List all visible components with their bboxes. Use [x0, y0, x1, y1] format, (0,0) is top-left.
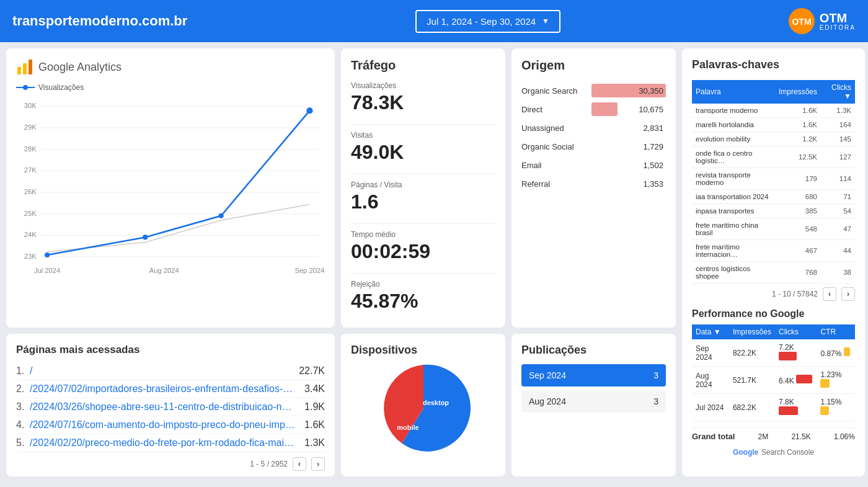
date-range-selector[interactable]: Jul 1, 2024 - Sep 30, 2024 ▼ — [415, 10, 560, 33]
pub-row[interactable]: Aug 2024 3 — [521, 390, 666, 413]
kw-impressoes: 467 — [775, 240, 821, 262]
origem-label: Organic Social — [521, 142, 590, 151]
kw-palavra: revista transporte moderno — [692, 168, 775, 190]
ga-title: Google Analytics — [38, 61, 122, 74]
page-num: 4. — [16, 419, 26, 431]
perf-ctr: 0.87% — [817, 339, 855, 367]
page-views: 1.9K — [300, 401, 325, 413]
origem-row: Direct10,675 — [521, 100, 666, 118]
traffic-title: Tráfego — [351, 58, 495, 73]
svg-rect-2 — [17, 67, 21, 74]
kw-impressoes: 548 — [775, 218, 821, 240]
kw-impressoes: 1.6K — [775, 104, 821, 118]
svg-text:Aug 2024: Aug 2024 — [149, 267, 179, 274]
visits-label: Visitas — [351, 131, 495, 140]
origem-row: Email1,502 — [521, 156, 666, 174]
pub-row[interactable]: Sep 2024 3 — [521, 364, 666, 386]
pub-label: Aug 2024 — [529, 396, 566, 406]
page-url[interactable]: /2024/03/26/shopee-abre-seu-11-centro-de… — [30, 401, 295, 413]
svg-text:27K: 27K — [24, 166, 37, 174]
kw-clicks: 164 — [821, 118, 855, 132]
kw-row: inpasa transportes 385 54 — [692, 204, 855, 218]
brand-subtitle: EDITORA — [820, 24, 856, 31]
svg-text:26K: 26K — [24, 188, 37, 195]
kw-palavra: transporte moderno — [692, 104, 775, 118]
perf-data: Sep 2024 — [692, 339, 729, 367]
kw-clicks: 38 — [821, 262, 855, 284]
page-url[interactable]: / — [30, 365, 294, 377]
google-sc-logo: Google Search Console — [692, 446, 855, 457]
page-views: 1.6K — [300, 419, 325, 431]
traffic-card: Tráfego Visualizações 78.3K Visitas 49.0… — [341, 48, 505, 328]
pages-label: Páginas / Visita — [351, 181, 495, 189]
pie-svg: desktop mobile — [374, 359, 473, 458]
time-value: 00:02:59 — [351, 240, 495, 263]
keywords-table: Palavra Impressões Clicks ▼ transporte m… — [692, 80, 855, 284]
origem-rows: Organic Search30,350Direct10,675Unassign… — [521, 81, 666, 193]
svg-point-24 — [306, 107, 312, 114]
origem-label: Organic Search — [521, 86, 590, 96]
origem-label: Direct — [521, 105, 590, 114]
kw-palavra: frete marítimo internacion… — [692, 240, 775, 262]
origem-row: Referral1,353 — [521, 174, 666, 193]
kw-row: centros logisticos shopee 768 38 — [692, 262, 855, 284]
kw-pagination: 1 - 10 / 57842 ‹ › — [692, 287, 855, 301]
perf-col-ctr: CTR — [817, 324, 855, 339]
svg-rect-4 — [29, 60, 32, 74]
kw-clicks: 47 — [821, 218, 855, 240]
kw-impressoes: 12.5K — [775, 146, 821, 168]
page-url[interactable]: /2024/02/20/preco-medio-do-frete-por-km-… — [30, 437, 295, 449]
page-url[interactable]: /2024/07/16/com-aumento-do-imposto-preco… — [30, 419, 295, 431]
kw-next-button[interactable]: › — [841, 287, 855, 301]
page-views: 22.7K — [299, 365, 325, 377]
pages-prev-button[interactable]: ‹ — [293, 457, 306, 471]
svg-point-23 — [219, 213, 224, 218]
bounce-label: Rejeição — [351, 280, 495, 288]
kw-palavra: iaa transportation 2024 — [692, 190, 775, 204]
analytics-card: Google Analytics Visualizações 30K 29K 2… — [6, 48, 335, 328]
clicks-bar — [796, 375, 812, 383]
perf-col-clicks: Clicks — [775, 324, 817, 339]
page-num: 3. — [16, 401, 26, 413]
origem-label: Email — [521, 161, 590, 170]
ctr-bar — [844, 347, 850, 356]
origem-label: Unassigned — [521, 123, 590, 133]
pages-row: 3. /2024/03/26/shopee-abre-seu-11-centro… — [16, 398, 325, 416]
pub-value: 3 — [653, 396, 658, 406]
ctr-bar — [820, 406, 829, 415]
kw-clicks: 1.3K — [821, 104, 855, 118]
views-label: Visualizações — [351, 81, 495, 90]
kw-clicks: 145 — [821, 132, 855, 146]
perf-impressoes: 822.2K — [729, 339, 775, 367]
perf-ctr: 1.23% — [817, 367, 855, 394]
pages-title: Páginas mais acessadas — [16, 344, 325, 356]
clicks-bar — [779, 352, 797, 360]
origem-row: Unassigned2,831 — [521, 118, 666, 137]
kw-clicks: 44 — [821, 240, 855, 262]
svg-text:30K: 30K — [24, 102, 37, 109]
kw-impressoes: 680 — [775, 190, 821, 204]
pub-label: Sep 2024 — [529, 370, 566, 380]
date-range-label: Jul 1, 2024 - Sep 30, 2024 — [427, 16, 536, 27]
palavras-title: Palavras-chaves — [692, 58, 855, 71]
performance-section: Performance no Google Data ▼ Impressões … — [692, 308, 855, 457]
kw-row: transporte moderno 1.6K 1.3K — [692, 104, 855, 118]
perf-clicks: 7.8K — [775, 394, 817, 421]
chart-area: Visualizações 30K 29K 28K 27K 26K 25K 24… — [16, 83, 325, 294]
pages-pagination-label: 1 - 5 / 2952 — [250, 460, 288, 468]
otm-logo-icon: OTM — [789, 8, 815, 34]
date-dropdown[interactable]: Jul 1, 2024 - Sep 30, 2024 ▼ — [415, 10, 560, 33]
origem-value: 30,350 — [639, 86, 666, 96]
main-content: Google Analytics Visualizações 30K 29K 2… — [0, 42, 868, 487]
page-num: 5. — [16, 437, 26, 449]
page-url[interactable]: /2024/07/02/importadores-brasileiros-enf… — [30, 383, 295, 395]
site-title: transportemoderno.com.br — [12, 13, 187, 29]
perf-footer: Grand total 2M 21.5K 1.06% — [692, 427, 855, 441]
kw-palavra: marelli hortolandia — [692, 118, 775, 132]
pages-row: 4. /2024/07/16/com-aumento-do-imposto-pr… — [16, 416, 325, 434]
kw-palavra: evolution mobility — [692, 132, 775, 146]
pages-next-button[interactable]: › — [311, 457, 325, 471]
pages-card: Páginas mais acessadas 1. / 22.7K 2. /20… — [6, 334, 335, 476]
perf-col-impressoes: Impressões — [729, 324, 775, 339]
kw-prev-button[interactable]: ‹ — [823, 287, 836, 301]
